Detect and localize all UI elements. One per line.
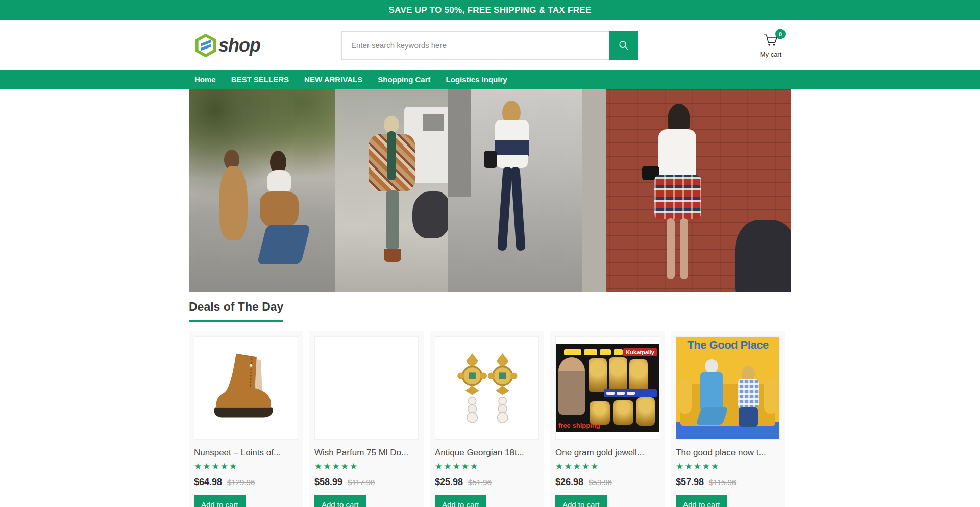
hero2-van-window <box>423 114 444 131</box>
product-rating-stars: ★★★★★ <box>555 461 659 472</box>
hero3-figure <box>495 120 529 141</box>
hero4-figure <box>658 129 696 178</box>
product-price: $25.98 <box>435 477 463 488</box>
logo-text: shop <box>218 35 260 56</box>
product-title[interactable]: Wish Parfum 75 Ml Do... <box>314 448 419 458</box>
hero2-trash-bag <box>412 191 448 238</box>
product-card: Kukatpally free shipping One gram gold j… <box>550 331 665 507</box>
product-old-price: $115.96 <box>709 478 736 487</box>
good-place-poster-art: The Good Place <box>676 337 779 439</box>
hero-banner <box>189 89 791 292</box>
hero3-figure <box>496 155 528 168</box>
free-shipping-text: free shipping <box>558 422 600 429</box>
poster-man <box>705 359 718 373</box>
product-card: Nunspeet – Loints of... ★★★★★ $64.98 $12… <box>189 331 303 507</box>
product-old-price: $53.96 <box>589 478 612 487</box>
product-title[interactable]: The good place now t... <box>676 448 780 458</box>
hero4-foreground-object <box>735 220 791 292</box>
search-button[interactable] <box>609 31 638 60</box>
poster-woman <box>739 407 758 427</box>
product-image-jewellery-thumbnail[interactable]: Kukatpally free shipping <box>555 336 659 440</box>
product-card: Antique Georgian 18t... ★★★★★ $25.98 $51… <box>430 331 544 507</box>
shop-logo[interactable]: shop <box>195 34 260 57</box>
hero-slide-street-style-two-women[interactable] <box>189 89 335 292</box>
hero3-figure <box>484 151 497 168</box>
deals-section-title: Deals of The Day <box>189 300 283 322</box>
product-title[interactable]: Nunspeet – Loints of... <box>194 448 298 458</box>
promo-banner: SAVE UP TO 50%, FREE SHIPPING & TAX FREE <box>0 0 980 20</box>
gold-jewellery <box>629 359 648 393</box>
product-price: $58.99 <box>314 477 342 488</box>
my-cart[interactable]: 0 My cart <box>754 33 787 58</box>
jewellery-thumbnail-art: Kukatpally free shipping <box>556 344 659 432</box>
poster-couch <box>680 384 775 426</box>
hero3-building <box>448 89 471 197</box>
product-title[interactable]: One gram gold jewell... <box>555 448 659 458</box>
hero2-figure <box>384 116 399 133</box>
product-rating-stars: ★★★★★ <box>194 461 298 472</box>
hero2-figure <box>384 249 401 262</box>
search-input[interactable] <box>341 31 609 60</box>
add-to-cart-button[interactable]: Add to cart <box>194 495 246 507</box>
product-rating-stars: ★★★★★ <box>435 461 539 472</box>
gold-jewellery <box>609 357 627 391</box>
product-price: $57.98 <box>676 477 704 488</box>
add-to-cart-button[interactable]: Add to cart <box>676 495 727 507</box>
product-rating-stars: ★★★★★ <box>314 461 419 472</box>
product-title[interactable]: Antique Georgian 18t... <box>435 448 539 458</box>
hero1-figure <box>219 166 248 240</box>
product-image-good-place-poster[interactable]: The Good Place <box>676 336 780 440</box>
product-card: The Good Place The good place now t... ★… <box>671 331 785 507</box>
gold-jewellery <box>613 400 633 425</box>
hero-slide-white-tee-plaid-skirt[interactable] <box>582 89 791 292</box>
hero4-figure <box>680 218 688 279</box>
product-grid: Nunspeet – Loints of... ★★★★★ $64.98 $12… <box>189 331 791 507</box>
hero1-figure <box>260 191 299 228</box>
poster-man <box>696 407 728 425</box>
product-card: Wish Parfum 75 Ml Do... ★★★★★ $58.99 $11… <box>309 331 424 507</box>
product-old-price: $51.96 <box>468 478 492 487</box>
nav-item-home[interactable]: Home <box>189 70 222 89</box>
hero4-figure <box>667 218 675 279</box>
cart-count-badge: 0 <box>775 29 786 39</box>
poster-man <box>700 372 723 409</box>
nav-item-best-sellers[interactable]: BEST SELLERS <box>226 70 295 89</box>
product-image-gold-pearl-earrings[interactable] <box>435 336 539 440</box>
poster-woman <box>738 379 759 408</box>
gold-jewellery <box>636 397 655 426</box>
thumbnail-location-badge: Kukatpally <box>623 348 657 356</box>
product-rating-stars: ★★★★★ <box>676 461 780 472</box>
add-to-cart-button[interactable]: Add to cart <box>435 495 486 507</box>
product-image-blank[interactable] <box>314 336 419 440</box>
hero2-figure <box>387 131 396 180</box>
earrings-illustration <box>444 347 530 429</box>
hero3-figure <box>510 167 525 251</box>
main-nav: Home BEST SELLERS NEW ARRIVALS Shopping … <box>0 70 980 89</box>
hero4-figure <box>654 175 701 219</box>
gold-jewellery <box>589 358 607 392</box>
hero3-figure <box>497 167 512 251</box>
search-bar <box>341 31 638 60</box>
hero2-figure <box>386 190 399 250</box>
eshop-logo-icon <box>195 34 216 57</box>
hero1-figure <box>267 170 291 195</box>
search-icon <box>618 40 629 51</box>
product-price: $64.98 <box>194 477 222 488</box>
nav-item-logistics-inquiry[interactable]: Logistics Inquiry <box>440 70 513 89</box>
header: shop 0 My cart <box>0 20 980 70</box>
add-to-cart-button[interactable]: Add to cart <box>555 495 607 507</box>
product-old-price: $129.96 <box>227 478 255 487</box>
nav-item-shopping-cart[interactable]: Shopping Cart <box>372 70 436 89</box>
nav-item-new-arrivals[interactable]: NEW ARRIVALS <box>299 70 368 89</box>
thumbnail-blue-text-strip <box>604 389 657 397</box>
hero3-figure <box>495 140 529 156</box>
hero4-stone-wall <box>582 89 606 292</box>
poster-title: The Good Place <box>676 339 779 352</box>
hero1-figure <box>257 225 310 264</box>
add-to-cart-button[interactable]: Add to cart <box>314 495 366 507</box>
product-image-tan-ankle-boot[interactable] <box>194 336 298 440</box>
hero-slide-plaid-cape-outfit[interactable] <box>335 89 448 292</box>
hero-slide-navy-colorblock-outfit[interactable] <box>448 89 582 292</box>
thumbnail-yellow-text-strip <box>564 349 623 355</box>
cart-label: My cart <box>754 50 787 58</box>
